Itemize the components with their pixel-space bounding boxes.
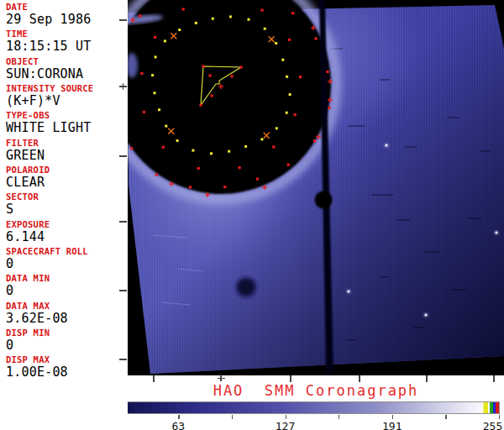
metadata-field-time: TIME18:15:15 UT: [0, 29, 128, 56]
colorbar-label-127: 127: [276, 420, 295, 430]
field-value-exposure: 6.144: [6, 229, 128, 245]
left-frame-tick: [119, 155, 127, 157]
metadata-field-data-min: DATA MIN0: [0, 274, 128, 301]
colorbar-tick: [392, 415, 393, 419]
metadata-field-exposure: EXPOSURE6.144: [0, 220, 128, 247]
field-label-filter: FILTER: [6, 139, 128, 148]
colorbar-tick: [445, 415, 446, 419]
metadata-field-disp-max: DISP MAX1.00E-08: [0, 355, 128, 382]
image-title: HAO SMM Coronagraph: [128, 382, 504, 399]
colorbar-label-63: 63: [171, 420, 185, 430]
bottom-frame-tick: [426, 375, 428, 382]
colorbar-tick: [232, 415, 233, 419]
field-label-disp-max: DISP MAX: [6, 355, 128, 364]
metadata-field-data-max: DATA MAX3.62E-08: [0, 302, 128, 328]
metadata-field-date: DATE29 Sep 1986: [0, 3, 128, 29]
colorbar-tick: [178, 415, 179, 419]
field-value-sector: S: [6, 202, 128, 218]
colorbar-tick: [286, 415, 286, 419]
metadata-field-intensity-source: INTENSITY SOURCE(K+F)*V: [0, 84, 128, 111]
colorbar-label-255: 255: [483, 420, 502, 430]
pylon-occulter-ball: [315, 191, 333, 209]
bottom-frame-tick: [359, 375, 360, 382]
bottom-frame-tick: [290, 375, 291, 382]
field-value-type-obs: WHITE LIGHT: [6, 120, 128, 136]
field-label-date: DATE: [6, 3, 128, 12]
field-label-spacecraft-roll: SPACECRAFT ROLL: [6, 247, 128, 256]
field-label-disp-min: DISP MIN: [6, 328, 128, 338]
metadata-field-disp-min: DISP MIN0: [0, 328, 128, 355]
field-label-object: OBJECT: [6, 57, 128, 66]
field-label-intensity-source: INTENSITY SOURCE: [6, 84, 128, 93]
field-value-filter: GREEN: [6, 148, 128, 164]
field-label-exposure: EXPOSURE: [6, 220, 128, 229]
left-frame-tick: [119, 221, 127, 223]
left-frame-tick: [119, 290, 127, 291]
coronagraph-image: [128, 0, 504, 375]
field-value-data-min: 0: [6, 283, 128, 299]
bottom-frame-tick: [153, 375, 155, 382]
colorbar-label-191: 191: [382, 420, 402, 430]
metadata-field-type-obs: TYPE-OBSWHITE LIGHT: [0, 111, 128, 138]
metadata-sidebar: DATE29 Sep 1986TIME18:15:15 UTOBJECTSUN:…: [0, 0, 128, 430]
field-label-sector: SECTOR: [6, 192, 128, 202]
metadata-field-spacecraft-roll: SPACECRAFT ROLL0: [0, 247, 128, 274]
field-value-time: 18:15:15 UT: [6, 39, 128, 55]
field-label-data-max: DATA MAX: [6, 302, 128, 311]
field-label-data-min: DATA MIN: [6, 274, 128, 283]
colorbar-tick: [339, 415, 339, 419]
left-frame-tick: [119, 19, 127, 21]
field-value-intensity-source: (K+F)*V: [6, 93, 128, 109]
bottom-frame-plus: [220, 375, 222, 381]
field-value-polaroid: CLEAR: [6, 175, 128, 191]
metadata-field-list: DATE29 Sep 1986TIME18:15:15 UTOBJECTSUN:…: [0, 0, 128, 383]
metadata-field-sector: SECTORS: [0, 192, 128, 219]
field-label-time: TIME: [6, 29, 128, 39]
field-value-disp-max: 1.00E-08: [6, 364, 128, 380]
bottom-frame-tick: [493, 375, 495, 382]
field-value-date: 29 Sep 1986: [6, 12, 128, 28]
field-value-object: SUN:CORONA: [6, 66, 128, 82]
field-value-data-max: 3.62E-08: [6, 311, 128, 327]
metadata-field-object: OBJECTSUN:CORONA: [0, 57, 128, 84]
intensity-colorbar: [72, 401, 500, 414]
field-label-type-obs: TYPE-OBS: [6, 111, 128, 120]
coronagraph-image-panel: [128, 0, 504, 375]
field-label-polaroid: POLAROID: [6, 165, 128, 175]
left-frame-tick: [119, 359, 127, 360]
field-value-spacecraft-roll: 0: [6, 256, 128, 272]
smm-coronagraph-viewer: { "window": { "width": 600, "height": 51…: [0, 0, 504, 430]
metadata-field-filter: FILTERGREEN: [0, 139, 128, 165]
colorbar-tick: [499, 415, 500, 419]
left-frame-plus: [123, 83, 124, 90]
field-value-disp-min: 0: [6, 338, 128, 354]
metadata-field-polaroid: POLAROIDCLEAR: [0, 165, 128, 192]
dark-spot: [236, 277, 256, 297]
